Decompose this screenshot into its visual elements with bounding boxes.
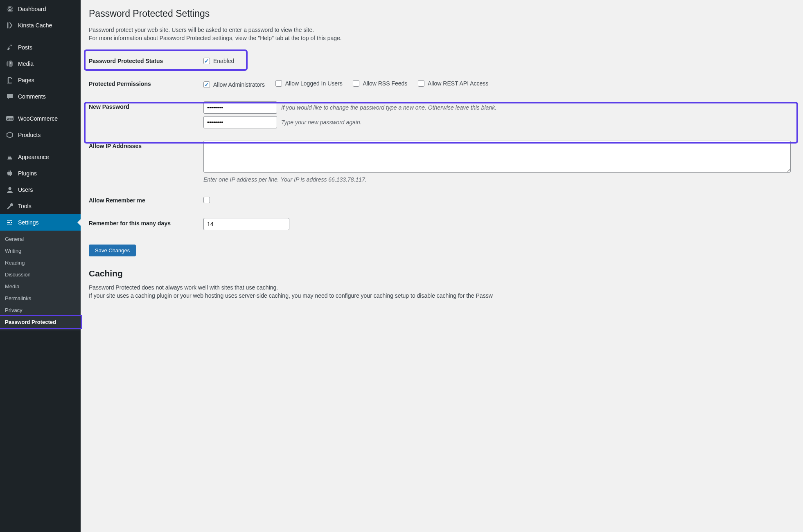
new-password-input-2[interactable] <box>203 116 277 128</box>
checkbox-wrap-admins[interactable]: Allow Administrators <box>203 81 265 88</box>
sidebar-item-tools[interactable]: Tools <box>0 198 81 214</box>
sidebar-label: Users <box>18 186 33 193</box>
submenu-item-writing[interactable]: Writing <box>0 245 81 257</box>
row-permissions: Protected Permissions Allow Administrato… <box>89 72 795 95</box>
sidebar-label: Tools <box>18 203 32 209</box>
remember-days-input[interactable] <box>203 218 289 230</box>
sidebar-label: Products <box>18 132 41 138</box>
sidebar-label: WooCommerce <box>18 115 58 122</box>
label-allow-ip: Allow IP Addresses <box>89 135 199 189</box>
submenu-item-password-protected[interactable]: Password Protected <box>0 315 82 329</box>
row-allow-remember: Allow Remember me <box>89 189 795 212</box>
pages-icon <box>6 76 14 84</box>
submenu-item-reading[interactable]: Reading <box>0 257 81 269</box>
dashboard-icon <box>6 5 14 13</box>
sidebar-label: Dashboard <box>18 6 46 12</box>
row-status: Password Protected Status Enabled <box>89 49 795 72</box>
sidebar-label: Kinsta Cache <box>18 22 52 29</box>
settings-form-table: Password Protected Status Enabled Protec… <box>89 49 795 236</box>
label-status: Password Protected Status <box>89 49 199 72</box>
hint-new-password-2: Type your new password again. <box>281 119 362 126</box>
sidebar-item-plugins[interactable]: Plugins <box>0 165 81 182</box>
users-icon <box>6 186 14 194</box>
kinsta-icon <box>6 21 14 29</box>
checkbox-wrap-rss[interactable]: Allow RSS Feeds <box>353 80 407 87</box>
checkbox-allow-remember[interactable] <box>203 197 210 203</box>
checkbox-rss[interactable] <box>353 80 359 87</box>
svg-point-3 <box>9 187 11 190</box>
sidebar-label: Comments <box>18 93 46 100</box>
checkbox-admins[interactable] <box>203 81 210 88</box>
plugins-icon <box>6 169 14 177</box>
label-allow-remember: Allow Remember me <box>89 189 199 212</box>
checkbox-enabled[interactable] <box>203 58 210 64</box>
main-content: Password Protected Settings Password pro… <box>81 0 803 532</box>
sidebar-item-settings[interactable]: Settings <box>0 214 81 231</box>
sidebar-label: Settings <box>18 219 39 226</box>
sidebar-label: Plugins <box>18 170 37 177</box>
products-icon <box>6 131 14 139</box>
sidebar-item-pages[interactable]: Pages <box>0 72 81 88</box>
sidebar-item-woocommerce[interactable]: Woo WooCommerce <box>0 110 81 127</box>
sidebar-label: Pages <box>18 77 34 83</box>
hint-new-password-1: If you would like to change the password… <box>281 104 496 111</box>
sidebar-item-appearance[interactable]: Appearance <box>0 149 81 165</box>
sidebar-item-comments[interactable]: Comments <box>0 88 81 105</box>
row-remember-days: Remember for this many days <box>89 212 795 236</box>
settings-icon <box>6 218 14 227</box>
checkbox-label-enabled: Enabled <box>213 58 234 64</box>
submenu-item-media[interactable]: Media <box>0 281 81 292</box>
sidebar-item-products[interactable]: Products <box>0 127 81 143</box>
page-description-1: Password protect your web site. Users wi… <box>89 27 795 33</box>
sidebar-item-users[interactable]: Users <box>0 182 81 198</box>
label-permissions: Protected Permissions <box>89 72 199 95</box>
row-allow-ip: Allow IP Addresses Enter one IP address … <box>89 135 795 189</box>
save-changes-button[interactable]: Save Changes <box>89 245 136 256</box>
comments-icon <box>6 92 14 101</box>
label-remember-days: Remember for this many days <box>89 212 199 236</box>
checkbox-wrap-enabled[interactable]: Enabled <box>203 58 234 64</box>
pin-icon <box>6 43 14 52</box>
label-new-password: New Password <box>89 95 199 135</box>
submenu-item-permalinks[interactable]: Permalinks <box>0 292 81 304</box>
new-password-input-1[interactable] <box>203 101 277 114</box>
settings-submenu: General Writing Reading Discussion Media… <box>0 231 81 330</box>
checkbox-label-rss: Allow RSS Feeds <box>363 80 407 87</box>
submenu-item-privacy[interactable]: Privacy <box>0 304 81 316</box>
media-icon <box>6 60 14 68</box>
checkbox-label-rest: Allow REST API Access <box>428 80 488 87</box>
checkbox-wrap-logged-in[interactable]: Allow Logged In Users <box>275 80 343 87</box>
svg-text:Woo: Woo <box>7 117 13 120</box>
sidebar-label: Media <box>18 61 34 67</box>
caching-heading: Caching <box>89 269 795 278</box>
sidebar-item-media[interactable]: Media <box>0 56 81 72</box>
sidebar-item-kinsta[interactable]: Kinsta Cache <box>0 17 81 34</box>
checkbox-label-admins: Allow Administrators <box>213 81 265 88</box>
caching-p1: Password Protected does not always work … <box>89 284 795 291</box>
svg-point-0 <box>10 62 11 64</box>
submenu-item-general[interactable]: General <box>0 233 81 245</box>
sidebar-item-dashboard[interactable]: Dashboard <box>0 1 81 17</box>
woo-icon: Woo <box>6 114 14 123</box>
allow-ip-desc: Enter one IP address per line. Your IP i… <box>203 176 791 183</box>
checkbox-rest[interactable] <box>418 80 424 87</box>
sidebar-item-posts[interactable]: Posts <box>0 39 81 56</box>
allow-ip-textarea[interactable] <box>203 141 791 173</box>
checkbox-wrap-rest[interactable]: Allow REST API Access <box>418 80 488 87</box>
checkbox-label-logged-in: Allow Logged In Users <box>285 80 343 87</box>
admin-sidebar: Dashboard Kinsta Cache Posts Media Pages… <box>0 0 81 532</box>
row-new-password: New Password If you would like to change… <box>89 95 795 135</box>
caching-p2: If your site uses a caching plugin or yo… <box>89 292 795 299</box>
sidebar-label: Appearance <box>18 154 49 160</box>
page-title: Password Protected Settings <box>89 8 795 19</box>
sidebar-label: Posts <box>18 44 32 51</box>
submenu-item-discussion[interactable]: Discussion <box>0 269 81 281</box>
checkbox-logged-in[interactable] <box>275 80 282 87</box>
tools-icon <box>6 202 14 210</box>
page-description-2: For more information about Password Prot… <box>89 35 795 41</box>
appearance-icon <box>6 153 14 161</box>
